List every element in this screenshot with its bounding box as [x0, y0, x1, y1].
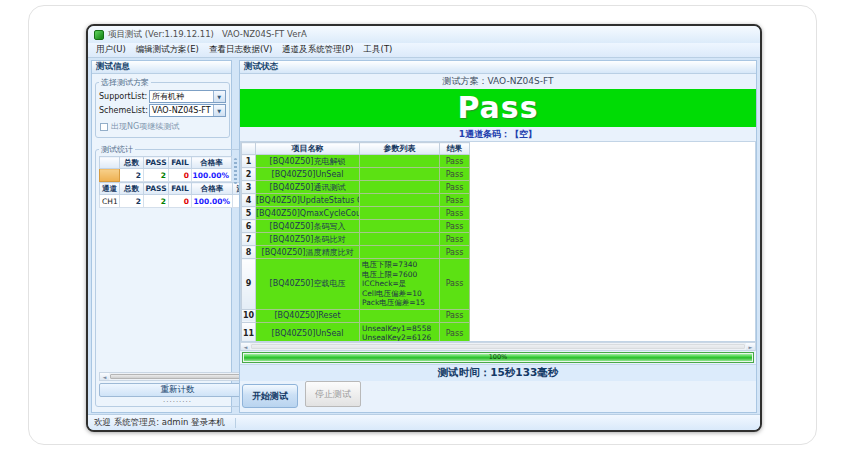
supportlist-value: 所有机种	[150, 91, 213, 102]
item-params	[360, 309, 440, 322]
row-number: 5	[242, 207, 256, 220]
item-result: Pass	[440, 220, 470, 233]
item-result: Pass	[440, 322, 470, 342]
result-row[interactable]: 3[BQ40Z50]通讯测试Pass	[242, 181, 470, 194]
supportlist-combobox[interactable]: 所有机种 ▼	[149, 90, 226, 103]
item-name: [BQ40Z50]条码比对	[256, 233, 360, 246]
channel-header-channel: 通道	[100, 183, 120, 195]
panel-splitter[interactable]	[232, 60, 239, 413]
item-params	[360, 168, 440, 181]
schemelist-label: SchemeList:	[99, 106, 149, 115]
ng-continue-row: 出现NG项继续测试	[100, 121, 226, 132]
left-panel-title: 测试信息	[96, 61, 130, 73]
title-bar[interactable]: 项目测试 (Ver:1.19.12.11) VAO-NZ04S-FT VerA	[88, 26, 760, 43]
action-buttons-row: 开始测试 停止测试	[240, 381, 756, 412]
summary-rate: 100.00%	[192, 169, 232, 182]
start-test-button[interactable]: 开始测试	[242, 384, 298, 408]
results-header-result[interactable]: 结果	[440, 143, 470, 155]
result-banner-text: Pass	[457, 93, 538, 123]
scrollbar-thumb[interactable]	[110, 374, 245, 379]
item-result: Pass	[440, 233, 470, 246]
channel-header-pass: PASS	[144, 183, 169, 195]
summary-table: 总数 PASS FAIL 合格率 2 2 0 100.00%	[99, 156, 232, 182]
menu-item[interactable]: 用户(U)	[91, 43, 131, 57]
item-result: Pass	[440, 259, 470, 310]
ng-continue-checkbox[interactable]	[100, 123, 108, 131]
scroll-left-arrow-icon[interactable]: ◄	[100, 373, 109, 380]
scroll-right-arrow-icon[interactable]: ►	[746, 343, 755, 350]
stats-groupbox-title: 测试统计	[99, 144, 135, 155]
result-row[interactable]: 9[BQ40Z50]空载电压电压下限=7340 电压上限=7600 ICChec…	[242, 259, 470, 310]
item-name: [BQ40Z50]UpdateStatus Check	[256, 194, 360, 207]
stop-test-button[interactable]: 停止测试	[305, 381, 361, 407]
left-panel-body: 选择测试方案 SupportList: 所有机种 ▼ SchemeList: V	[92, 74, 231, 412]
statusbar-divider	[235, 418, 236, 428]
item-name: [BQ40Z50]Reset	[256, 309, 360, 322]
menu-item[interactable]: 查看日志数据(V)	[204, 43, 277, 57]
results-horizontal-scrollbar[interactable]: ◄ ►	[240, 342, 756, 351]
item-name: [BQ40Z50]UnSeal	[256, 168, 360, 181]
row-number: 7	[242, 233, 256, 246]
results-header-params[interactable]: 参数列表	[360, 143, 440, 155]
item-name: [BQ40Z50]QmaxCycleCount比对	[256, 207, 360, 220]
menu-item[interactable]: 工具(T)	[359, 43, 398, 57]
result-row[interactable]: 6[BQ40Z50]条码写入Pass	[242, 220, 470, 233]
row-number: 11	[242, 322, 256, 342]
test-time: 测试时间：15秒133毫秒	[240, 364, 756, 381]
ng-continue-label: 出现NG项继续测试	[111, 121, 179, 132]
schemelist-row: SchemeList: VAO-NZ04S-FT ▼	[99, 104, 226, 117]
summary-header-pass: PASS	[144, 157, 169, 169]
result-banner: Pass	[240, 89, 756, 127]
item-params	[360, 194, 440, 207]
item-params	[360, 233, 440, 246]
result-row[interactable]: 1[BQ40Z50]充电解锁Pass	[242, 155, 470, 168]
chevron-down-icon[interactable]: ▼	[213, 91, 225, 102]
item-params: UnsealKey1=8558 UnsealKey2=6126	[360, 322, 440, 342]
result-row[interactable]: 11[BQ40Z50]UnSealUnsealKey1=8558 UnsealK…	[242, 322, 470, 342]
item-name: [BQ40Z50]通讯测试	[256, 181, 360, 194]
channel-header-fail: FAIL	[169, 183, 192, 195]
scheme-groupbox-title: 选择测试方案	[99, 77, 151, 88]
result-row[interactable]: 5[BQ40Z50]QmaxCycleCount比对Pass	[242, 207, 470, 220]
splitter-handle-icon[interactable]	[234, 158, 237, 184]
progress-fill: 100%	[244, 354, 752, 361]
summary-header-total: 总数	[120, 157, 144, 169]
item-params	[360, 246, 440, 259]
right-panel-header: 测试状态	[240, 61, 756, 74]
item-name: [BQ40Z50]空载电压	[256, 259, 360, 310]
channel-total: 2	[120, 195, 144, 208]
results-header-name[interactable]: 项目名称	[256, 143, 360, 155]
row-number: 6	[242, 220, 256, 233]
item-params	[360, 207, 440, 220]
result-row[interactable]: 10[BQ40Z50]ResetPass	[242, 309, 470, 322]
supportlist-label: SupportList:	[99, 92, 149, 101]
channel-header-rate: 合格率	[192, 183, 233, 195]
summary-row[interactable]: 2 2 0 100.00%	[100, 169, 232, 182]
row-number: 9	[242, 259, 256, 310]
item-name: [BQ40Z50]充电解锁	[256, 155, 360, 168]
chevron-down-icon[interactable]: ▼	[213, 105, 225, 116]
item-name: [BQ40Z50]UnSeal	[256, 322, 360, 342]
menu-item[interactable]: 编辑测试方案(E)	[131, 43, 204, 57]
test-info-panel: 测试信息 选择测试方案 SupportList: 所有机种 ▼	[91, 60, 232, 413]
summary-header-rate: 合格率	[192, 157, 232, 169]
row-number: 1	[242, 155, 256, 168]
item-params	[360, 220, 440, 233]
summary-fail: 0	[169, 169, 192, 182]
scroll-left-arrow-icon[interactable]: ◄	[241, 343, 250, 350]
test-status-panel: 测试状态 测试方案：VAO-NZ04S-FT Pass 1通道条码：【空】 项目…	[239, 60, 757, 413]
app-icon	[94, 30, 104, 40]
item-result: Pass	[440, 181, 470, 194]
result-row[interactable]: 7[BQ40Z50]条码比对Pass	[242, 233, 470, 246]
result-row[interactable]: 4[BQ40Z50]UpdateStatus CheckPass	[242, 194, 470, 207]
item-result: Pass	[440, 207, 470, 220]
screen: 项目测试 (Ver:1.19.12.11) VAO-NZ04S-FT VerA …	[0, 0, 845, 450]
window-title: 项目测试 (Ver:1.19.12.11) VAO-NZ04S-FT VerA	[108, 29, 307, 41]
row-number: 4	[242, 194, 256, 207]
barcode-line: 1通道条码：【空】	[240, 127, 756, 141]
schemelist-combobox[interactable]: VAO-NZ04S-FT ▼	[149, 104, 226, 117]
result-row[interactable]: 8[BQ40Z50]温度精度比对Pass	[242, 246, 470, 259]
scrollbar-thumb[interactable]	[251, 344, 745, 349]
result-row[interactable]: 2[BQ40Z50]UnSealPass	[242, 168, 470, 181]
menu-item[interactable]: 通道及系统管理(P)	[277, 43, 358, 57]
